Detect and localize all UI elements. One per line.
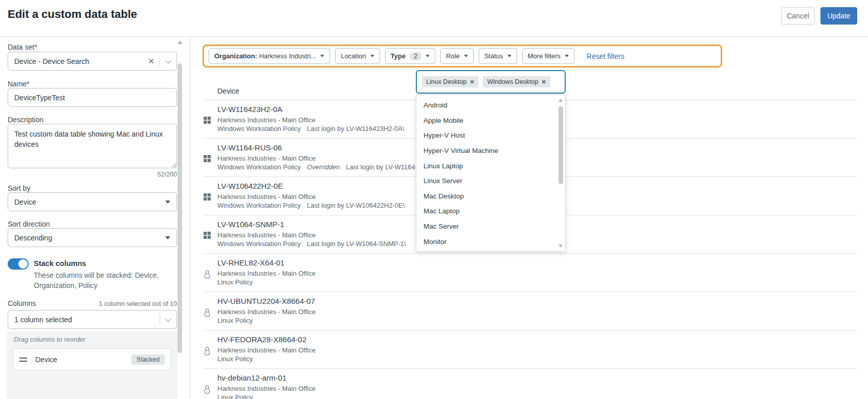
dataset-label: Data set* bbox=[8, 43, 37, 51]
sort-direction-label: Sort direction bbox=[8, 220, 50, 228]
drag-handle-icon[interactable] bbox=[19, 358, 27, 362]
remove-chip-icon[interactable]: ✕ bbox=[470, 79, 474, 85]
policy-overridden-note: Overridden bbox=[307, 163, 340, 171]
stack-columns-label: Stack columns bbox=[34, 259, 86, 268]
device-org: Harkness Industries - Main Office bbox=[217, 384, 857, 393]
windows-icon bbox=[204, 155, 211, 163]
windows-icon bbox=[204, 232, 211, 240]
linux-icon bbox=[204, 308, 211, 317]
table-row[interactable]: LV-RHEL82-X64-01 Harkness Industries - M… bbox=[204, 254, 857, 292]
field-divider bbox=[160, 55, 160, 67]
windows-icon bbox=[204, 193, 211, 202]
chip-label: Linux Desktop bbox=[426, 78, 466, 85]
table-row[interactable]: HV-UBUNTU2204-X8664-07 Harkness Industri… bbox=[204, 292, 857, 330]
device-name: HV-FEDORA28-X8664-02 bbox=[217, 335, 857, 345]
device-policy: Windows Workstation Policy bbox=[217, 124, 301, 133]
dataset-value: Device - Device Search bbox=[14, 57, 145, 65]
column-card-device[interactable]: Device Stacked bbox=[13, 348, 171, 370]
page-title: Edit a custom data table bbox=[8, 8, 137, 21]
type-filter-count-badge: 2 bbox=[410, 52, 421, 60]
stack-columns-toggle[interactable] bbox=[8, 258, 29, 270]
device-last-login: Last login by LV-W1064-SNMP-1\ bbox=[307, 239, 406, 248]
device-policy: Linux Policy bbox=[217, 393, 253, 399]
device-policy: Windows Workstation Policy bbox=[217, 201, 301, 210]
edit-custom-data-table-page: Edit a custom data table Cancel Update D… bbox=[0, 0, 868, 399]
device-org: Harkness Industries - Main Office bbox=[217, 307, 857, 316]
table-row[interactable]: HV-FEDORA28-X8664-02 Harkness Industries… bbox=[204, 330, 857, 369]
type-option[interactable]: Monitor bbox=[416, 234, 565, 249]
type-filter-button[interactable]: Type 2 bbox=[385, 48, 435, 64]
sort-by-value: Device bbox=[14, 198, 165, 206]
name-label: Name* bbox=[8, 80, 30, 88]
sort-by-select[interactable]: Device bbox=[8, 192, 177, 211]
column-card-name: Device bbox=[35, 356, 131, 364]
location-filter-button[interactable]: Location bbox=[335, 48, 380, 64]
description-counter: 52/200 bbox=[8, 171, 177, 178]
scroll-down-icon[interactable] bbox=[559, 245, 563, 248]
columns-label: Columns bbox=[8, 299, 36, 307]
chevron-down-icon[interactable] bbox=[165, 57, 171, 63]
scroll-up-icon[interactable] bbox=[559, 99, 563, 102]
update-button[interactable]: Update bbox=[820, 7, 857, 25]
columns-summary: 1 column selected out of 10 bbox=[72, 300, 177, 307]
name-input[interactable] bbox=[14, 94, 170, 102]
header-divider bbox=[0, 36, 868, 37]
device-policy: Linux Policy bbox=[217, 278, 253, 286]
field-divider bbox=[160, 314, 160, 325]
role-filter-label: Role bbox=[446, 52, 460, 60]
sidebar-scrollbar-thumb[interactable] bbox=[177, 63, 182, 353]
type-filter-chip-input[interactable]: Linux Desktop✕ Windows Desktop✕ bbox=[416, 70, 566, 94]
table-row[interactable]: hv-debian12-arm-01 Harkness Industries -… bbox=[204, 369, 857, 399]
caret-down-icon bbox=[370, 55, 374, 57]
type-option[interactable]: Linux Server bbox=[416, 173, 565, 189]
caret-down-icon bbox=[565, 55, 569, 57]
dropdown-scrollbar-thumb[interactable] bbox=[559, 106, 563, 184]
type-option[interactable]: Hyper-V Host bbox=[416, 128, 565, 143]
type-option[interactable]: Android bbox=[416, 98, 565, 113]
description-textarea[interactable]: Test custom data table showing Mac and L… bbox=[8, 124, 177, 168]
sidebar-scroll-up-icon[interactable] bbox=[177, 40, 183, 44]
type-option[interactable]: Apple Mobile bbox=[416, 113, 565, 128]
more-filters-button[interactable]: More filters bbox=[522, 48, 574, 64]
linux-icon bbox=[204, 270, 211, 278]
dropdown-scrollbar[interactable] bbox=[558, 97, 564, 249]
device-org: Harkness Industries - Main Office bbox=[217, 346, 857, 354]
role-filter-button[interactable]: Role bbox=[440, 48, 474, 64]
sort-direction-select[interactable]: Descending bbox=[8, 228, 177, 247]
dataset-select[interactable]: Device - Device Search ✕ bbox=[8, 52, 177, 71]
type-option[interactable]: Mac Laptop bbox=[416, 204, 565, 219]
type-option[interactable]: Linux Laptop bbox=[416, 158, 565, 173]
windows-icon bbox=[204, 117, 211, 125]
organization-filter-button[interactable]: Organization: Harkness Industri... bbox=[209, 48, 330, 64]
organization-filter-text: Organization: Harkness Industri... bbox=[214, 52, 316, 60]
status-filter-label: Status bbox=[484, 52, 503, 60]
device-org: Harkness Industries - Main Office bbox=[217, 269, 857, 278]
clear-dataset-icon[interactable]: ✕ bbox=[145, 57, 160, 66]
selected-type-chip[interactable]: Linux Desktop✕ bbox=[422, 76, 478, 87]
sidebar-divider bbox=[190, 37, 190, 399]
caret-down-icon bbox=[320, 55, 324, 57]
linux-icon bbox=[204, 385, 211, 393]
type-filter-label: Type bbox=[391, 52, 406, 60]
type-option[interactable]: Hyper-V Virtual Machine bbox=[416, 143, 565, 159]
stacked-badge: Stacked bbox=[131, 354, 165, 365]
reset-filters-link[interactable]: Reset filters bbox=[587, 52, 625, 60]
caret-down-icon bbox=[507, 55, 511, 57]
device-last-login: Last login by LV-W116423H2-0A\ bbox=[307, 124, 404, 133]
type-option[interactable]: Mac Server bbox=[416, 219, 565, 234]
device-name: HV-UBUNTU2204-X8664-07 bbox=[217, 296, 857, 306]
status-filter-button[interactable]: Status bbox=[479, 48, 517, 64]
device-name: LV-RHEL82-X64-01 bbox=[217, 258, 857, 268]
type-option[interactable]: Mac Desktop bbox=[416, 189, 565, 204]
device-policy: Windows Workstation Policy bbox=[217, 163, 301, 171]
remove-chip-icon[interactable]: ✕ bbox=[541, 79, 546, 85]
chevron-down-icon[interactable] bbox=[165, 316, 171, 321]
sort-by-label: Sort by bbox=[8, 184, 30, 192]
device-policy: Linux Policy bbox=[217, 354, 253, 363]
selected-type-chip[interactable]: Windows Desktop✕ bbox=[483, 76, 550, 87]
type-options-dropdown: Android Apple Mobile Hyper-V Host Hyper-… bbox=[416, 95, 566, 252]
cancel-button[interactable]: Cancel bbox=[781, 7, 815, 25]
device-last-login: Last login by LV-W106422H2-0E\ bbox=[307, 201, 405, 210]
columns-multiselect[interactable]: 1 column selected bbox=[8, 310, 177, 329]
drag-columns-hint: Drag columns to reorder bbox=[14, 336, 85, 343]
